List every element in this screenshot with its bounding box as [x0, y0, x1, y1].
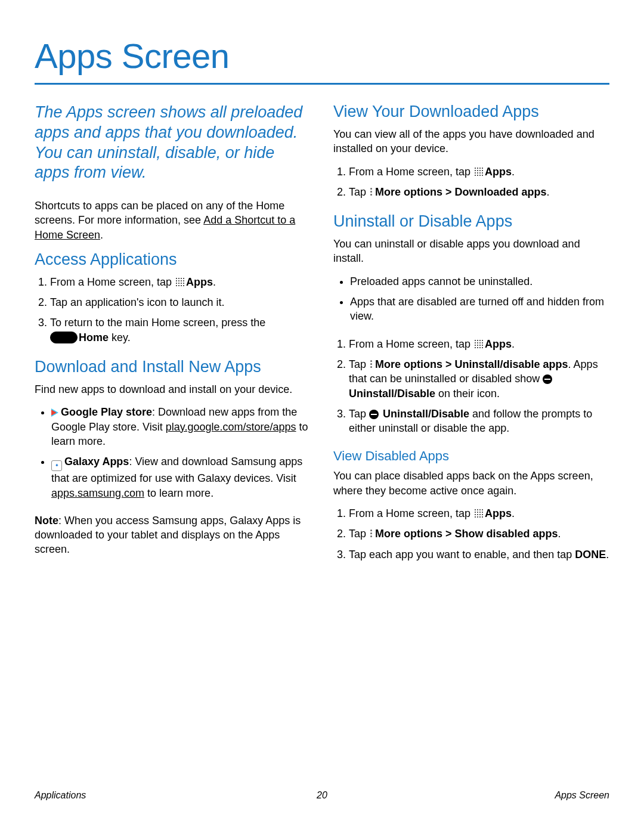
list-item: Tap an application's icon to launch it. [50, 295, 311, 309]
text: Tap [349, 186, 369, 198]
footer-left: Applications [35, 790, 86, 801]
access-heading: Access Applications [35, 250, 311, 269]
view-disabled-heading: View Disabled Apps [333, 448, 609, 464]
text: From a Home screen, tap [349, 166, 473, 178]
text: . [213, 276, 216, 288]
right-column: View Your Downloaded Apps You can view a… [333, 103, 609, 575]
list-item: Tap Uninstall/Disable and follow the pro… [349, 407, 609, 436]
list-item: To return to the main Home screen, press… [50, 315, 311, 345]
footer-right: Apps Screen [555, 790, 609, 801]
text: Galaxy Apps [64, 456, 129, 467]
left-column: The Apps screen shows all preloaded apps… [35, 103, 311, 575]
more-options-icon [370, 360, 373, 369]
apps-grid-icon [475, 340, 484, 349]
text: From a Home screen, tap [349, 507, 473, 519]
text: Apps [186, 276, 213, 288]
list-item: Tap More options > Uninstall/disable app… [349, 357, 609, 401]
download-intro: Find new apps to download and install on… [35, 382, 311, 397]
list-item: From a Home screen, tap Apps. [50, 275, 311, 289]
minus-circle-icon [543, 374, 552, 384]
page-footer: Applications 20 Apps Screen [35, 790, 609, 801]
list-item: Preloaded apps cannot be uninstalled. [350, 274, 609, 289]
more-options-icon [370, 187, 373, 197]
list-item: Tap More options > Show disabled apps. [349, 527, 609, 541]
text: Tap [349, 358, 369, 370]
apps-grid-icon [176, 278, 185, 287]
list-item: Tap More options > Downloaded apps. [349, 185, 609, 199]
view-downloaded-steps: From a Home screen, tap Apps. Tap More o… [333, 165, 609, 200]
text: on their icon. [435, 388, 500, 400]
access-steps: From a Home screen, tap Apps. Tap an app… [35, 275, 311, 345]
list-item: Apps that are disabled are turned off an… [350, 295, 609, 324]
text: More options > Uninstall/disable apps [375, 358, 568, 370]
text: . [512, 338, 515, 350]
text: Google Play store [61, 406, 152, 418]
view-downloaded-heading: View Your Downloaded Apps [333, 103, 609, 121]
text: to learn more. [144, 487, 213, 499]
list-item: From a Home screen, tap Apps. [349, 337, 609, 351]
samsung-apps-link[interactable]: apps.samsung.com [51, 487, 144, 499]
minus-circle-icon [369, 410, 379, 419]
view-disabled-steps: From a Home screen, tap Apps. Tap More o… [333, 506, 609, 562]
text: . [547, 186, 550, 198]
list-item: From a Home screen, tap Apps. [349, 165, 609, 179]
text: From a Home screen, tap [50, 276, 175, 288]
text: Apps [485, 166, 512, 178]
list-item: Google Play store: Download new apps fro… [51, 405, 311, 448]
text: DONE [575, 549, 606, 561]
text: . [100, 229, 103, 241]
download-note: Note: When you access Samsung apps, Gala… [35, 513, 311, 557]
home-key-icon [50, 332, 78, 343]
text: key. [109, 332, 131, 343]
text: . [512, 507, 515, 519]
uninstall-steps: From a Home screen, tap Apps. Tap More o… [333, 337, 609, 436]
play-store-link[interactable]: play.google.com/store/apps [166, 421, 296, 433]
text: Tap [349, 408, 369, 420]
intro-text: The Apps screen shows all preloaded apps… [35, 103, 311, 183]
uninstall-heading: Uninstall or Disable Apps [333, 212, 609, 231]
apps-grid-icon [475, 509, 484, 518]
title-rule [35, 83, 609, 85]
list-item: Tap each app you want to enable, and the… [349, 547, 609, 562]
text: : When you access Samsung apps, Galaxy A… [35, 515, 301, 556]
text: More options > Show disabled apps [375, 528, 558, 540]
list-item: ✦Galaxy Apps: View and download Samsung … [51, 454, 311, 500]
view-downloaded-intro: You can view all of the apps you have do… [333, 127, 609, 156]
galaxy-apps-icon: ✦ [51, 460, 62, 471]
text: . [558, 528, 561, 540]
text: Tap each app you want to enable, and the… [349, 549, 575, 561]
text: Uninstall/Disable [349, 388, 435, 400]
text: Note [35, 515, 58, 527]
view-disabled-intro: You can place disabled apps back on the … [333, 469, 609, 498]
text: To return to the main Home screen, press… [50, 317, 265, 329]
list-item: From a Home screen, tap Apps. [349, 506, 609, 521]
uninstall-intro: You can uninstall or disable apps you do… [333, 237, 609, 266]
text: Uninstall/Disable [383, 408, 469, 420]
footer-page-number: 20 [317, 790, 327, 801]
content-columns: The Apps screen shows all preloaded apps… [35, 103, 609, 575]
uninstall-bullets: Preloaded apps cannot be uninstalled. Ap… [333, 274, 609, 324]
text: From a Home screen, tap [349, 338, 473, 350]
text: Home [79, 332, 109, 343]
apps-grid-icon [475, 168, 484, 176]
text: . [606, 549, 609, 561]
play-store-icon [51, 408, 58, 417]
text: . [512, 166, 515, 178]
shortcuts-paragraph: Shortcuts to apps can be placed on any o… [35, 199, 311, 242]
text: More options > Downloaded apps [375, 186, 547, 198]
text: Apps [485, 338, 512, 350]
text: Apps [485, 507, 512, 519]
download-list: Google Play store: Download new apps fro… [35, 405, 311, 500]
text: Tap [349, 528, 369, 540]
more-options-icon [370, 529, 373, 538]
download-heading: Download and Install New Apps [35, 358, 311, 376]
page-title: Apps Screen [35, 36, 609, 76]
